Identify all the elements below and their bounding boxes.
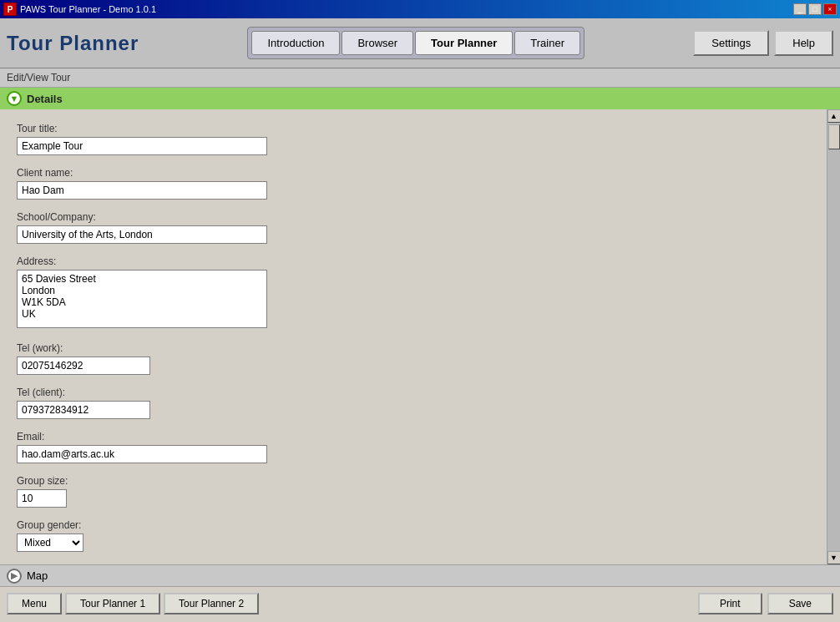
school-company-input[interactable]	[17, 225, 267, 244]
field-group-address: Address: 65 Davies Street London W1K 5DA…	[17, 255, 810, 331]
email-label: Email:	[17, 431, 810, 442]
header-buttons: Settings Help	[693, 30, 833, 56]
tab-browser[interactable]: Browser	[342, 31, 413, 55]
main-area: Tour title: Client name: School/Company:…	[0, 109, 840, 564]
title-bar-left: P PAWS Tour Planner - Demo 1.0.1	[3, 3, 156, 16]
tab-introduction[interactable]: Introduction	[251, 31, 340, 55]
bottom-tabs-bar: Menu Tour Planner 1 Tour Planner 2 Print…	[0, 586, 840, 619]
title-bar: P PAWS Tour Planner - Demo 1.0.1 _ □ ×	[0, 0, 840, 18]
tel-work-input[interactable]	[17, 357, 150, 375]
help-button[interactable]: Help	[774, 30, 833, 56]
menu-tab[interactable]: Menu	[7, 593, 62, 614]
section-title: Details	[27, 93, 63, 105]
title-bar-text: PAWS Tour Planner - Demo 1.0.1	[20, 4, 156, 14]
save-button[interactable]: Save	[767, 593, 833, 614]
field-group-average-age: Average age:	[17, 564, 810, 564]
group-size-input[interactable]	[17, 489, 67, 508]
field-group-tel-client: Tel (client):	[17, 387, 810, 419]
client-name-input[interactable]	[17, 181, 267, 200]
client-name-label: Client name:	[17, 167, 810, 179]
field-group-school-company: School/Company:	[17, 211, 810, 244]
tour-planner-2-tab[interactable]: Tour Planner 2	[164, 593, 259, 614]
breadcrumb: Edit/View Tour	[0, 68, 840, 88]
field-group-group-size: Group size:	[17, 475, 810, 508]
title-bar-controls[interactable]: _ □ ×	[793, 3, 837, 15]
breadcrumb-text: Edit/View Tour	[7, 72, 70, 83]
school-company-label: School/Company:	[17, 211, 810, 223]
group-gender-select[interactable]: Mixed Male Female	[17, 534, 83, 552]
nav-tabs: Introduction Browser Tour Planner Traine…	[247, 27, 584, 59]
field-group-email: Email:	[17, 431, 810, 463]
tab-trainer[interactable]: Trainer	[514, 31, 580, 55]
map-section-label: Map	[27, 569, 48, 582]
email-input[interactable]	[17, 445, 267, 463]
group-size-label: Group size:	[17, 475, 810, 487]
app-header: Tour Planner Introduction Browser Tour P…	[0, 18, 840, 68]
address-label: Address:	[17, 255, 810, 267]
map-section: ▶ Map	[0, 564, 840, 586]
field-group-client-name: Client name:	[17, 167, 810, 200]
bottom-tabs-right: Print Save	[698, 593, 833, 614]
tour-planner-1-tab[interactable]: Tour Planner 1	[65, 593, 160, 614]
field-group-tel-work: Tel (work):	[17, 342, 810, 375]
average-age-label: Average age:	[17, 564, 810, 564]
tel-client-input[interactable]	[17, 401, 150, 419]
app-icon: P	[3, 3, 17, 16]
tour-title-label: Tour title:	[17, 123, 810, 134]
field-group-tour-title: Tour title:	[17, 123, 810, 155]
settings-button[interactable]: Settings	[693, 30, 769, 56]
address-input[interactable]: 65 Davies Street London W1K 5DA UK	[17, 270, 267, 328]
scroll-thumb[interactable]	[828, 124, 840, 149]
content-panel: Tour title: Client name: School/Company:…	[0, 109, 827, 564]
tour-title-input[interactable]	[17, 137, 267, 155]
close-button[interactable]: ×	[823, 3, 837, 15]
minimize-button[interactable]: _	[793, 3, 807, 15]
tel-client-label: Tel (client):	[17, 387, 810, 398]
scroll-up-button[interactable]: ▲	[827, 109, 841, 123]
scroll-down-button[interactable]: ▼	[827, 551, 841, 564]
section-header: ▼ Details	[0, 88, 840, 109]
print-button[interactable]: Print	[698, 593, 762, 614]
maximize-button[interactable]: □	[808, 3, 822, 15]
scrollbar[interactable]: ▲ ▼	[827, 109, 840, 564]
scroll-track	[827, 123, 841, 551]
bottom-tabs-left: Menu Tour Planner 1 Tour Planner 2	[7, 593, 259, 614]
tel-work-label: Tel (work):	[17, 342, 810, 354]
section-expand-icon[interactable]: ▼	[7, 91, 22, 106]
group-gender-label: Group gender:	[17, 519, 810, 531]
tab-tour-planner[interactable]: Tour Planner	[415, 31, 513, 55]
map-expand-icon[interactable]: ▶	[7, 569, 22, 584]
field-group-group-gender: Group gender: Mixed Male Female	[17, 519, 810, 552]
app-title: Tour Planner	[7, 32, 139, 55]
